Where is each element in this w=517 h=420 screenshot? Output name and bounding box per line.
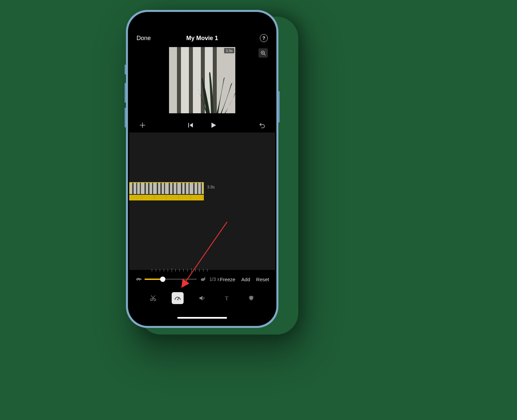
play-icon [210, 122, 217, 129]
speed-slider-knob[interactable] [160, 277, 165, 282]
svg-rect-13 [203, 280, 204, 281]
timeline[interactable]: 3.9s [129, 132, 275, 270]
zoom-in-icon [260, 50, 266, 56]
cut-tool[interactable] [147, 292, 159, 304]
power-button [278, 91, 280, 123]
svg-point-11 [204, 278, 205, 280]
speedometer-icon [174, 294, 181, 302]
titles-tool[interactable]: T [221, 292, 233, 304]
clip-speed-track [129, 195, 204, 200]
svg-rect-6 [188, 123, 189, 128]
audio-tool[interactable] [196, 292, 208, 304]
screen: Done My Movie 1 ? 3.9s [129, 13, 275, 325]
done-button[interactable]: Done [137, 35, 151, 42]
volume-up-button [125, 83, 126, 103]
svg-text:T: T [225, 295, 229, 301]
plus-icon [139, 122, 146, 129]
home-indicator[interactable] [177, 317, 227, 319]
reset-speed-button[interactable]: Reset [256, 277, 269, 282]
freeze-button[interactable]: Freeze [220, 277, 235, 282]
speed-multiplier-label: 1/3 x [209, 277, 219, 282]
skip-start-button[interactable] [188, 122, 194, 129]
play-button[interactable] [210, 122, 217, 129]
video-preview[interactable]: 3.9s [169, 47, 235, 113]
mute-switch [125, 65, 126, 75]
svg-line-1 [264, 54, 265, 55]
project-title: My Movie 1 [129, 35, 275, 42]
speaker-icon [199, 294, 206, 302]
help-button[interactable]: ? [260, 34, 268, 42]
rabbit-icon [200, 277, 206, 282]
svg-point-7 [140, 278, 142, 280]
video-clip[interactable] [129, 182, 204, 200]
preview-plant-graphic [187, 60, 235, 113]
svg-rect-12 [201, 280, 202, 281]
turtle-icon [135, 277, 142, 282]
filters-icon [248, 294, 255, 302]
add-media-button[interactable] [139, 122, 146, 129]
undo-button[interactable] [258, 122, 265, 129]
text-icon: T [223, 294, 230, 302]
filters-tool[interactable] [245, 292, 257, 304]
speed-slider[interactable] [144, 279, 197, 280]
volume-down-button [125, 108, 126, 128]
svg-point-19 [177, 299, 178, 300]
undo-icon [258, 122, 265, 129]
duration-badge: 3.9s [224, 48, 234, 53]
add-speed-button[interactable]: Add [241, 277, 250, 282]
speed-tool[interactable] [172, 292, 184, 304]
zoom-button[interactable] [258, 48, 268, 58]
phone-frame: Done My Movie 1 ? 3.9s [126, 10, 278, 328]
notch [177, 13, 227, 23]
clip-thumbnails [129, 182, 204, 194]
scissors-icon [149, 294, 157, 302]
svg-rect-8 [137, 280, 138, 281]
svg-point-23 [250, 297, 253, 300]
skip-back-icon [188, 122, 194, 128]
svg-rect-9 [139, 280, 140, 281]
clip-duration-label: 3.9s [207, 185, 215, 189]
